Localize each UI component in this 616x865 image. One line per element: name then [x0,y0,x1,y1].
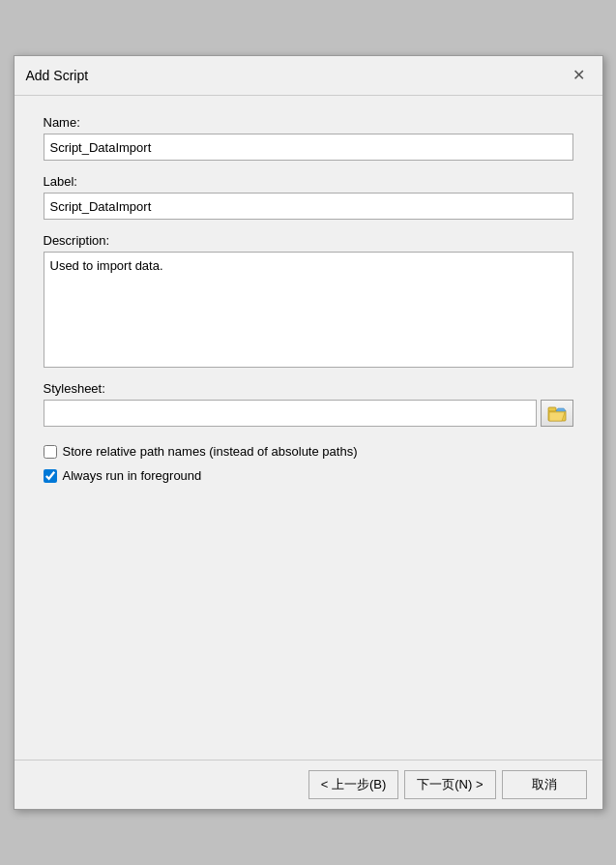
add-script-dialog: Add Script ✕ Name: Label: Description: U… [14,55,603,810]
name-field-group: Name: [44,115,573,161]
always-foreground-label: Always run in foreground [63,468,202,483]
label-label: Label: [44,174,573,189]
label-field-group: Label: [44,174,573,220]
name-input[interactable] [44,134,573,161]
checkbox-group: Store relative path names (instead of ab… [44,444,573,483]
description-input[interactable]: Used to import data. [44,252,573,368]
cancel-button[interactable]: 取消 [502,770,587,799]
dialog-title: Add Script [26,68,89,83]
close-button[interactable]: ✕ [567,66,591,85]
title-bar: Add Script ✕ [15,56,602,96]
folder-open-icon [546,403,568,424]
stylesheet-row [44,400,573,427]
always-foreground-row[interactable]: Always run in foreground [44,468,573,483]
body-spacer [44,496,573,740]
next-button[interactable]: 下一页(N) > [404,770,495,799]
browse-button[interactable] [541,400,573,427]
back-button[interactable]: < 上一步(B) [308,770,399,799]
svg-marker-2 [549,412,565,421]
store-relative-row[interactable]: Store relative path names (instead of ab… [44,444,573,459]
stylesheet-label: Stylesheet: [44,381,573,396]
store-relative-label: Store relative path names (instead of ab… [63,444,358,459]
description-field-group: Description: Used to import data. [44,233,573,368]
stylesheet-field-group: Stylesheet: [44,381,573,427]
description-label: Description: [44,233,573,248]
svg-rect-1 [548,407,556,411]
dialog-body: Name: Label: Description: Used to import… [15,96,602,760]
always-foreground-checkbox[interactable] [44,469,57,483]
name-label: Name: [44,115,573,130]
stylesheet-input[interactable] [44,400,537,427]
svg-marker-3 [556,408,566,411]
store-relative-checkbox[interactable] [44,445,57,459]
label-input[interactable] [44,193,573,220]
dialog-footer: < 上一步(B) 下一页(N) > 取消 [15,760,602,809]
